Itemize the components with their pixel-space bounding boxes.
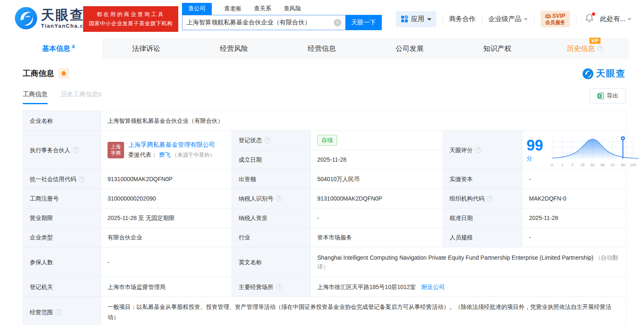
caret-down-icon [427, 18, 431, 21]
watermark-swirl-icon [582, 68, 594, 79]
subtab-history-business-info[interactable]: 历史工商信息0 [61, 91, 101, 104]
label-business-term: 营业期限 [23, 208, 101, 228]
value-registry-authority: 上海市市场监督管理局 [101, 277, 232, 297]
score-axis-labels: 0 1 3 15 50 85 97 99 100 [548, 160, 641, 165]
tab-operating-info[interactable]: 经营信息 [278, 38, 366, 59]
search-tab-boss[interactable]: 查老板 [224, 3, 242, 15]
label-tianyan-score: 天眼评分 ? [443, 131, 522, 170]
label-registration-status: 登记状态 ? [232, 131, 311, 150]
label-credit-code: 统一社会信用代码 ? [23, 170, 101, 189]
nearby-company-link[interactable]: 附近公司 [421, 284, 445, 290]
section-title: 工商信息 [23, 68, 54, 79]
nav-enterprise-products[interactable]: 企业级产品 [488, 15, 528, 24]
search-tab-relation[interactable]: 查关系 [254, 3, 271, 15]
delegate-note: （来源于中基协） [172, 152, 215, 158]
search-tabs: 查公司 查老板 查关系 查风险 [182, 3, 382, 15]
export-button[interactable]: 导出 [590, 88, 626, 103]
tab-intellectual-property[interactable]: 知识产权 [453, 38, 541, 59]
help-icon[interactable]: ? [79, 176, 85, 182]
nav-business-cooperation[interactable]: 商务合作 [449, 15, 476, 24]
value-industry: 资本市场服务 [311, 228, 443, 247]
divider [534, 16, 534, 22]
help-icon[interactable]: ? [276, 196, 282, 202]
apps-button[interactable]: 应用 [396, 11, 436, 27]
value-tianyan-score: 99分 [522, 131, 626, 170]
svip-badge[interactable]: SVIP 会员服务 [541, 11, 570, 27]
value-english-name: Shanghai Intelligent Computing Navigatio… [311, 247, 626, 277]
subscribe-bell-button[interactable] [58, 68, 69, 79]
label-paid-capital: 实缴资本 [443, 170, 522, 189]
promo-line1: 都在用的商业查询工具 [86, 10, 175, 19]
search-tab-company[interactable]: 查公司 [182, 3, 212, 15]
help-icon[interactable]: ? [276, 284, 282, 290]
value-capital: 504010万人民币 [311, 170, 443, 189]
value-company-name: 上海智算领航私募基金合伙企业（有限合伙） [101, 111, 626, 131]
value-executive-partner: 上海孚腾 上海孚腾私募基金管理有限公司 委派代表： 费飞 （来源于中基协） [101, 131, 232, 170]
crown-icon [545, 13, 551, 19]
value-business-term: 2025-11-28 至 无固定期限 [101, 208, 232, 228]
watermark-logo: 天眼查 [582, 67, 626, 80]
apps-grid-icon [401, 15, 408, 23]
divider [576, 16, 577, 22]
help-icon[interactable]: ? [597, 45, 603, 52]
logo-swirl-icon [14, 7, 38, 30]
company-tabs: 基本信息 4 法律诉讼 经营风险 经营信息 公司发展 知识产权 历史信息 VIP… [14, 38, 629, 59]
value-org-code: MAK2DQFN-0 [522, 189, 626, 208]
label-staff-size: 人员规模 [443, 228, 522, 247]
delegate-name-link[interactable]: 费飞 [159, 151, 170, 158]
nav-more[interactable]: 此处有... [600, 15, 632, 24]
value-company-type: 有限合伙企业 [101, 228, 232, 247]
promo-line2: 国家中小企业发展子基金旗下机构 [86, 19, 175, 28]
score-curve-icon [548, 135, 641, 160]
tab-basic-info[interactable]: 基本信息 4 [14, 38, 102, 59]
tab-legal-proceedings[interactable]: 法律诉讼 [102, 38, 190, 59]
label-registry-authority: 登记机关 [23, 277, 101, 297]
label-taxpayer-quality: 纳税人资质 [232, 208, 311, 228]
clear-icon[interactable]: × [334, 19, 341, 26]
help-icon[interactable]: ? [475, 147, 481, 153]
caret-down-icon [627, 18, 632, 21]
score-chart: 0 1 3 15 50 85 97 99 100 [548, 135, 641, 165]
tab-count-badge: 4 [72, 44, 75, 50]
svip-sublabel: 会员服务 [545, 19, 565, 26]
tab-history-info[interactable]: 历史信息 VIP ? [541, 38, 629, 59]
divider [482, 16, 482, 22]
value-credit-code: 91310000MAK2DQFN0P [101, 170, 232, 189]
label-registration-number: 工商注册号 [23, 189, 101, 208]
info-table: 企业名称 上海智算领航私募基金合伙企业（有限合伙） 执行事务合伙人 ? 上海孚腾… [23, 110, 626, 325]
label-capital: 出资额 [232, 170, 311, 189]
label-company-type: 企业类型 [23, 228, 101, 247]
search-button[interactable]: 天眼一下 [345, 15, 382, 30]
label-approval-date: 核准日期 [443, 208, 522, 228]
partner-company-link[interactable]: 上海孚腾私募基金管理有限公司 [128, 141, 215, 148]
excel-icon [597, 93, 604, 99]
label-industry: 行业 [232, 228, 311, 247]
label-establish-date: 成立日期 [232, 150, 311, 170]
help-icon[interactable]: ? [73, 147, 79, 153]
search-tab-risk[interactable]: 查风险 [284, 3, 301, 15]
search-box: × 天眼一下 [182, 15, 382, 30]
value-insured-count: - [101, 247, 232, 277]
label-insured-count: 参保人数 [23, 247, 101, 277]
status-badge: 存续 [317, 135, 337, 146]
value-taxpayer-id: 91310000MAK2DQFN0P [311, 189, 443, 208]
label-business-scope: 经营范围 ? [23, 297, 101, 325]
tianyancha-logo[interactable]: 天眼查 TianYanCha.com [14, 7, 93, 30]
subtab-business-info[interactable]: 工商信息 [23, 91, 48, 104]
notification-bell-button[interactable] [585, 14, 594, 24]
help-icon[interactable]: ? [264, 137, 271, 143]
caret-down-icon [524, 18, 528, 21]
partner-avatar[interactable]: 上海孚腾 [108, 142, 124, 158]
value-staff-size: - [522, 228, 626, 247]
help-icon[interactable]: ? [55, 309, 62, 315]
divider [443, 16, 443, 22]
vip-tag: VIP [589, 38, 601, 44]
tab-operating-risk[interactable]: 经营风险 [190, 38, 278, 59]
tab-company-development[interactable]: 公司发展 [366, 38, 453, 59]
notification-dot [592, 12, 595, 16]
help-icon[interactable]: ? [487, 196, 493, 202]
score-value: 99 [527, 137, 543, 154]
search-input[interactable] [187, 19, 334, 26]
score-unit: 分 [527, 155, 532, 162]
top-nav: 应用 商务合作 企业级产品 SVIP 会员服务 [396, 10, 632, 28]
